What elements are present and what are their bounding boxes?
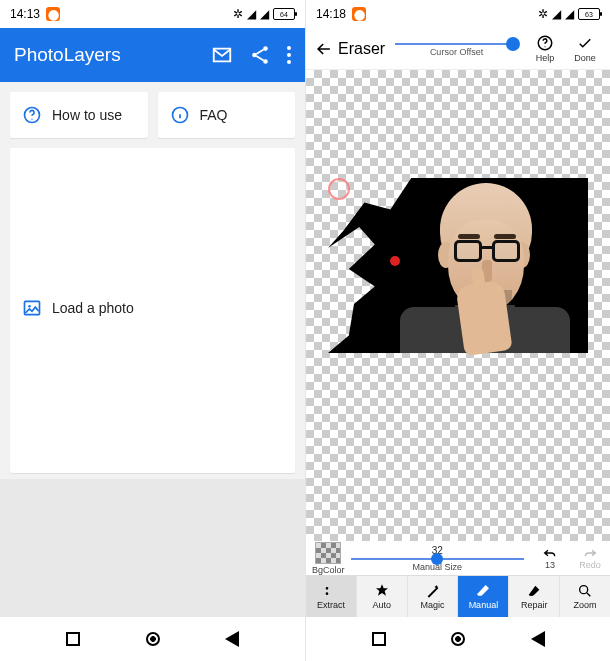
redo-button: Redo <box>576 546 604 570</box>
brush-icon <box>525 583 543 599</box>
status-app-icon: ⬤ <box>352 7 366 21</box>
status-app-icon: ⬤ <box>46 7 60 21</box>
svg-point-7 <box>28 305 31 308</box>
app-title: PhotoLayers <box>14 44 121 66</box>
empty-panel <box>0 479 305 617</box>
status-time: 14:13 <box>10 7 40 21</box>
help-icon <box>536 34 554 52</box>
undo-count: 13 <box>545 560 555 570</box>
load-photo-button[interactable]: Load a photo <box>10 148 295 473</box>
phone-right: 14:18 ⬤ ✲ ◢ ◢ 63 Eraser Cursor Offset He… <box>305 0 610 661</box>
arrow-left-icon <box>314 39 334 59</box>
help-icon <box>22 105 42 125</box>
cursor-offset-label: Cursor Offset <box>430 47 483 57</box>
tab-auto[interactable]: Auto <box>357 576 408 617</box>
svg-point-4 <box>31 119 32 120</box>
signal-icon: ◢ <box>260 7 269 21</box>
svg-point-9 <box>544 46 545 47</box>
status-bar: 14:18 ⬤ ✲ ◢ ◢ 63 <box>306 0 610 28</box>
mode-tab-bar: Extract Auto Magic Manual Repair Zoom <box>306 575 610 617</box>
done-button[interactable]: Done <box>568 34 602 63</box>
signal-icon: ◢ <box>552 7 561 21</box>
undo-icon <box>542 546 558 560</box>
nav-back-icon[interactable] <box>531 631 545 647</box>
tab-zoom[interactable]: Zoom <box>560 576 610 617</box>
check-icon <box>576 34 594 52</box>
help-button[interactable]: Help <box>528 34 562 63</box>
photo-layer <box>328 178 588 353</box>
cursor-offset-slider[interactable]: Cursor Offset <box>395 40 518 57</box>
back-button[interactable]: Eraser <box>314 39 385 59</box>
nav-back-icon[interactable] <box>225 631 239 647</box>
eraser-icon <box>474 583 492 599</box>
eraser-cursor-ring <box>328 178 350 200</box>
tab-extract[interactable]: Extract <box>306 576 357 617</box>
status-time: 14:18 <box>316 7 346 21</box>
battery-icon: 63 <box>578 8 600 20</box>
faq-button[interactable]: FAQ <box>158 92 296 138</box>
main-content: How to use FAQ Load a photo <box>0 82 305 617</box>
tab-repair[interactable]: Repair <box>509 576 560 617</box>
image-icon <box>22 298 42 318</box>
bluetooth-icon: ✲ <box>233 7 243 21</box>
tab-manual[interactable]: Manual <box>458 576 509 617</box>
size-toolbar: BgColor 32 Manual Size 13 Redo <box>306 541 610 575</box>
svg-point-10 <box>580 586 588 594</box>
signal-icon: ◢ <box>565 7 574 21</box>
android-nav-bar <box>306 617 610 661</box>
manual-size-slider[interactable]: 32 Manual Size <box>351 545 524 572</box>
howto-button[interactable]: How to use <box>10 92 148 138</box>
undo-button[interactable]: 13 <box>530 546 570 570</box>
faq-label: FAQ <box>200 107 228 123</box>
wand-icon <box>424 583 442 599</box>
editor-canvas[interactable] <box>306 70 610 541</box>
signal-icon: ◢ <box>247 7 256 21</box>
eraser-cursor-dot <box>390 256 400 266</box>
subject-portrait <box>400 178 570 353</box>
share-icon[interactable] <box>249 44 271 66</box>
nav-home-icon[interactable] <box>146 632 160 646</box>
bluetooth-icon: ✲ <box>538 7 548 21</box>
editor-top-bar: Eraser Cursor Offset Help Done <box>306 28 610 70</box>
zoom-icon <box>576 583 594 599</box>
nav-recent-icon[interactable] <box>66 632 80 646</box>
star-icon <box>373 583 391 599</box>
bgcolor-swatch-icon <box>315 542 341 564</box>
scissors-icon <box>322 583 340 599</box>
nav-recent-icon[interactable] <box>372 632 386 646</box>
redo-icon <box>582 546 598 560</box>
info-icon <box>170 105 190 125</box>
overflow-menu-icon[interactable] <box>287 46 291 64</box>
battery-icon: 64 <box>273 8 295 20</box>
screen-title: Eraser <box>338 40 385 58</box>
howto-label: How to use <box>52 107 122 123</box>
app-bar: PhotoLayers <box>0 28 305 82</box>
load-photo-label: Load a photo <box>52 300 134 316</box>
status-bar: 14:13 ⬤ ✲ ◢ ◢ 64 <box>0 0 305 28</box>
mail-icon[interactable] <box>211 44 233 66</box>
phone-left: 14:13 ⬤ ✲ ◢ ◢ 64 PhotoLayers <box>0 0 305 661</box>
bgcolor-button[interactable]: BgColor <box>312 542 345 575</box>
nav-home-icon[interactable] <box>451 632 465 646</box>
tab-magic[interactable]: Magic <box>408 576 459 617</box>
android-nav-bar <box>0 617 305 661</box>
